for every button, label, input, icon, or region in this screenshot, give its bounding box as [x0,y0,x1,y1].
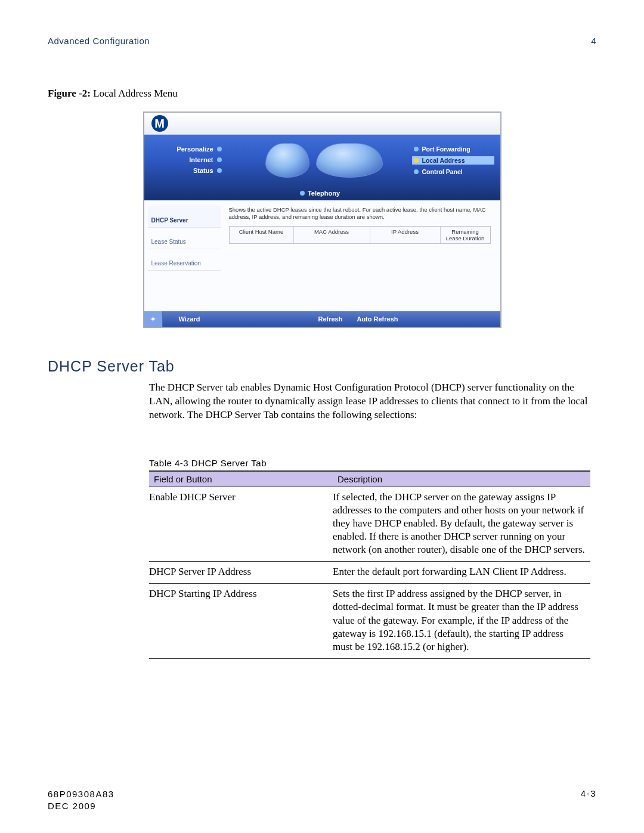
bullet-icon [414,158,419,163]
refresh-button[interactable]: Refresh [311,315,349,323]
screenshot-main: Shows the active DHCP leases since the l… [224,200,500,311]
bullet-icon [217,168,222,173]
table-head-desc: Description [333,471,590,487]
figure-label: Figure -2: [48,88,91,99]
table-row: DHCP Starting IP Address Sets the first … [149,584,590,658]
screenshot-leftnav: Personalize Internet Status [144,135,227,200]
cell-desc: If selected, the DHCP server on the gate… [333,487,590,561]
tab-telephony[interactable]: Telephony [300,190,340,197]
wizard-icon[interactable]: ✦ [144,311,163,327]
section-body-text: The DHCP Server tab enables Dynamic Host… [149,381,590,422]
nav-local-address[interactable]: Local Address [412,156,494,165]
footer-docnum: 68P09308A83 [48,788,114,800]
devices-icon [316,143,383,178]
table-head-field: Field or Button [149,471,333,487]
footer-date: DEC 2009 [48,800,114,812]
auto-refresh-button[interactable]: Auto Refresh [349,315,405,323]
cell-field: DHCP Server IP Address [149,562,333,584]
section-heading: DHCP Server Tab [48,358,596,375]
bullet-icon [414,169,419,174]
sidebar-tab-dhcp-server[interactable]: DHCP Server [148,206,221,228]
screenshot-topbar: M [144,113,500,135]
col-ip-address: IP Address [370,227,441,243]
bullet-icon [217,157,222,162]
screenshot-description: Shows the active DHCP leases since the l… [229,206,491,221]
screenshot-bluebar: Personalize Internet Status Telephony Po… [144,135,500,200]
dhcp-server-table: Field or Button Description Enable DHCP … [149,470,590,659]
sidebar-tab-lease-status[interactable]: Lease Status [148,228,221,249]
embedded-screenshot: M Personalize Internet Status Telephony … [143,112,501,328]
figure-title: Local Address Menu [93,88,178,99]
figure-caption: Figure -2: Local Address Menu [48,88,596,100]
col-mac-address: MAC Address [294,227,370,243]
cell-desc: Sets the first IP address assigned by th… [333,584,590,658]
page-footer: 68P09308A83 DEC 2009 4-3 [48,788,596,812]
screenshot-center: Telephony [227,135,414,200]
screenshot-table-header: Client Host Name MAC Address IP Address … [229,226,491,244]
screenshot-rightnav: Port Forwarding Local Address Control Pa… [414,135,500,200]
table-row: Enable DHCP Server If selected, the DHCP… [149,487,590,561]
nav-personalize[interactable]: Personalize [144,145,222,153]
cell-field: DHCP Starting IP Address [149,584,333,658]
nav-internet[interactable]: Internet [144,156,222,163]
wizard-button[interactable]: Wizard [163,315,216,323]
header-title: Advanced Configuration [48,36,150,46]
footer-page: 4-3 [581,788,596,812]
table-caption: Table 4-3 DHCP Server Tab [149,458,596,468]
cell-field: Enable DHCP Server [149,487,333,561]
monitor-icon [265,143,309,178]
col-remaining-lease: Remaining Lease Duration [441,227,490,243]
screenshot-sidebar: DHCP Server Lease Status Lease Reservati… [144,200,224,311]
screenshot-bottombar: ✦ Wizard Refresh Auto Refresh [144,311,500,327]
bullet-icon [414,147,419,151]
table-row: DHCP Server IP Address Enter the default… [149,562,590,584]
nav-control-panel[interactable]: Control Panel [414,168,494,175]
cell-desc: Enter the default port forwarding LAN Cl… [333,562,590,584]
nav-status[interactable]: Status [144,167,222,174]
screenshot-body: DHCP Server Lease Status Lease Reservati… [144,200,500,311]
header-chapter: 4 [591,36,596,46]
sidebar-tab-lease-reservation[interactable]: Lease Reservation [148,249,221,271]
nav-port-forwarding[interactable]: Port Forwarding [414,145,494,153]
motorola-logo-icon: M [151,115,168,132]
page-header: Advanced Configuration 4 [48,36,596,46]
col-client-host-name: Client Host Name [230,227,294,243]
bullet-icon [300,191,305,196]
bullet-icon [217,147,222,151]
